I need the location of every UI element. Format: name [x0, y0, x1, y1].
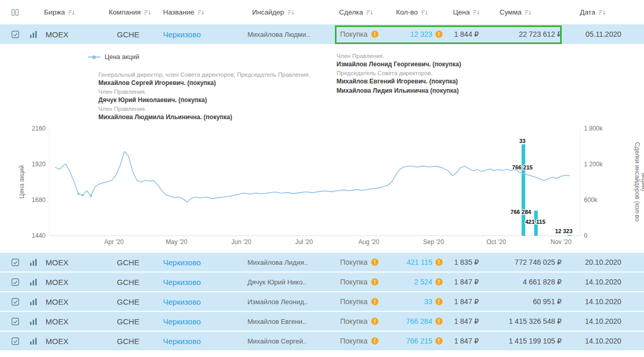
- info-icon[interactable]: [435, 259, 443, 266]
- info-icon[interactable]: [435, 298, 443, 305]
- cell-name: Черкизово: [155, 292, 223, 311]
- cell-price: 1 835 ₽: [448, 253, 487, 272]
- price-chart[interactable]: 14401680192021600600k1 200k1 800kApr '20…: [0, 123, 644, 253]
- chart-legend: Цена акций: [88, 53, 139, 61]
- header-tools: [0, 0, 41, 24]
- svg-text:1920: 1920: [32, 161, 46, 168]
- svg-text:33: 33: [519, 138, 525, 144]
- cell-price: 1 847 ₽: [448, 332, 487, 350]
- info-icon[interactable]: [371, 337, 378, 345]
- cell-deal: Покупка: [334, 253, 391, 272]
- company-link[interactable]: Черкизово: [163, 297, 201, 306]
- cell-insider: Михайлова Лидия..: [223, 253, 334, 272]
- cell-deal: Покупка: [334, 24, 391, 44]
- column-header-company[interactable]: Компания: [101, 0, 155, 24]
- bar-chart-icon[interactable]: [30, 31, 37, 38]
- insider-roles-left: Генеральный директор, член Совета директ…: [98, 71, 342, 122]
- row-actions: [0, 273, 41, 291]
- checkbox-icon[interactable]: [11, 278, 19, 286]
- info-icon[interactable]: [371, 298, 378, 305]
- info-icon[interactable]: [371, 318, 378, 325]
- cell-insider: Михайлов Сергей..: [223, 332, 334, 350]
- checkbox-icon[interactable]: [11, 259, 19, 266]
- sort-icon: [525, 9, 531, 16]
- sort-icon: [367, 9, 373, 16]
- insider-role: Член Правления.: [98, 88, 342, 96]
- svg-text:Nov '20: Nov '20: [551, 238, 572, 246]
- column-header-date[interactable]: Дата: [567, 0, 644, 24]
- insider-role: Генеральный директор, член Совета директ…: [98, 71, 342, 79]
- column-header-price[interactable]: Цена: [448, 0, 487, 24]
- info-icon[interactable]: [371, 259, 378, 266]
- cell-sum: 1 415 199 105 ₽: [487, 332, 567, 350]
- checkbox-icon[interactable]: [11, 298, 19, 306]
- column-header-label: Цена: [453, 8, 470, 16]
- bar-chart-icon[interactable]: [30, 318, 37, 325]
- table-row-selected[interactable]: MOEX GCHE Черкизово Михайлова Людми.. По…: [0, 24, 644, 45]
- info-icon[interactable]: [435, 278, 443, 285]
- company-link[interactable]: Черкизово: [163, 317, 201, 326]
- bar-chart-icon[interactable]: [30, 259, 37, 266]
- company-link[interactable]: Черкизово: [163, 30, 201, 39]
- bar-chart-icon[interactable]: [30, 337, 37, 345]
- column-header-label: Инсайдер: [252, 8, 284, 16]
- insider-entry: Член Правления. Дячук Юрий Николаевич. (…: [98, 88, 342, 104]
- insider-roles-right: Член Правления. Измайлов Леонид Георгиев…: [336, 52, 564, 96]
- column-header-label: Сделка: [339, 8, 363, 16]
- sort-icon: [473, 9, 479, 16]
- insider-name: Дячук Юрий Николаевич. (покупка): [98, 96, 342, 104]
- insider-name: Измайлов Леонид Георгиевич. (покупка): [336, 60, 564, 68]
- column-header-sum[interactable]: Сумма: [487, 0, 567, 24]
- bar-chart-icon[interactable]: [30, 298, 37, 306]
- table-row[interactable]: MOEX GCHE Черкизово Михайлов Евгени.. По…: [0, 312, 644, 332]
- column-header-label: Сумма: [500, 8, 521, 16]
- cell-deal: Покупка: [334, 292, 391, 311]
- cell-quantity: 766 215: [391, 332, 448, 350]
- info-icon[interactable]: [435, 318, 443, 325]
- cell-date: 20.10.2020: [567, 253, 644, 272]
- info-icon[interactable]: [435, 31, 443, 38]
- svg-text:600k: 600k: [584, 196, 598, 204]
- cell-name: Черкизово: [155, 253, 223, 272]
- info-icon[interactable]: [371, 278, 378, 285]
- table-row[interactable]: MOEX GCHE Черкизово Михайлов Сергей.. По…: [0, 332, 644, 351]
- insider-name: Михайлова Людмила Ильинична. (покупка): [98, 113, 342, 121]
- company-link[interactable]: Черкизово: [163, 337, 201, 346]
- table-row[interactable]: MOEX GCHE Черкизово Дячук Юрий Нико.. По…: [0, 273, 644, 292]
- column-header-exchange[interactable]: Биржа: [41, 0, 101, 24]
- info-icon[interactable]: [371, 31, 378, 38]
- cell-date: 14.10.2020: [567, 332, 644, 350]
- column-header-name[interactable]: Название: [155, 0, 223, 24]
- column-header-insider[interactable]: Инсайдер: [223, 0, 334, 24]
- cell-date: 14.10.2020: [567, 292, 644, 311]
- insider-name: Михайлова Лидия Ильинична (покупка): [336, 87, 564, 95]
- info-icon[interactable]: [435, 337, 443, 345]
- table-row[interactable]: MOEX GCHE Черкизово Михайлова Лидия.. По…: [0, 253, 644, 273]
- column-header-label: Дата: [580, 8, 595, 16]
- cell-quantity: 2 524: [391, 273, 448, 291]
- checkbox-icon[interactable]: [11, 318, 19, 325]
- svg-text:Сделки инсайдеров (кол-во: Сделки инсайдеров (кол-во: [634, 142, 641, 222]
- cell-exchange: MOEX: [41, 292, 101, 311]
- svg-text:1 800k: 1 800k: [584, 125, 603, 132]
- checkbox-icon[interactable]: [11, 337, 19, 345]
- company-link[interactable]: Черкизово: [163, 278, 201, 287]
- insider-entry: Член Правления. Михайлова Людмила Ильини…: [98, 105, 342, 121]
- cell-name: Черкизово: [155, 273, 223, 291]
- table-row[interactable]: MOEX GCHE Черкизово Измайлов Леонид.. По…: [0, 292, 644, 312]
- bar-chart-icon[interactable]: [30, 278, 37, 286]
- svg-text:Sep '20: Sep '20: [423, 238, 444, 246]
- columns-icon[interactable]: [11, 9, 19, 16]
- column-header-label: Кол-во: [396, 8, 418, 16]
- column-header-deal[interactable]: Сделка: [334, 0, 391, 24]
- cell-deal: Покупка: [334, 312, 391, 331]
- insider-name: Михайлов Евгений Игоревич. (покупка): [336, 77, 564, 85]
- cell-exchange: MOEX: [41, 24, 101, 44]
- checkbox-icon[interactable]: [11, 31, 19, 38]
- sort-icon: [144, 9, 151, 16]
- svg-text:12 323: 12 323: [555, 228, 573, 234]
- column-header-qty[interactable]: Кол-во: [391, 0, 448, 24]
- cell-sum: 22 723 612 ₽: [487, 24, 567, 44]
- cell-insider: Измайлов Леонид..: [223, 292, 334, 311]
- company-link[interactable]: Черкизово: [163, 258, 201, 267]
